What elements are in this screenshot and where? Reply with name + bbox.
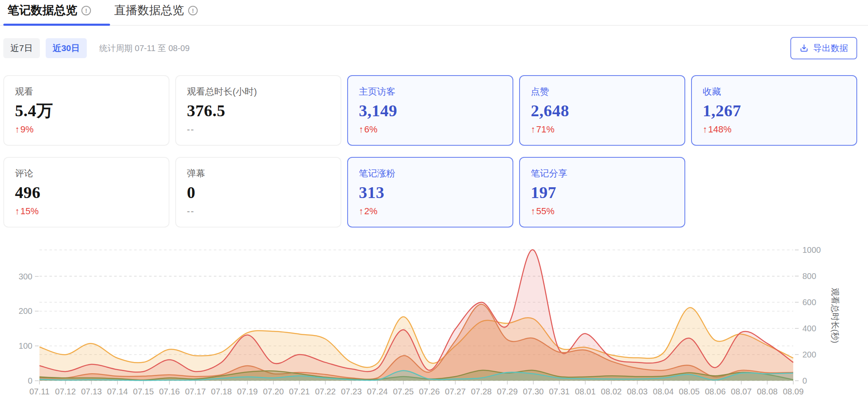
x-axis-label: 07.31 bbox=[549, 387, 570, 396]
stat-card-6[interactable]: 评论496↑15% bbox=[3, 157, 169, 228]
card-change: ↑15% bbox=[15, 206, 158, 217]
left-axis-label: 300 bbox=[19, 272, 32, 281]
up-arrow-icon: ↑ bbox=[359, 124, 363, 135]
x-axis-label: 07.25 bbox=[393, 387, 414, 396]
stat-card-3[interactable]: 主页访客3,149↑6% bbox=[347, 75, 513, 146]
toolbar: 近7日 近30日 统计周期 07-11 至 08-09 导出数据 bbox=[3, 37, 857, 59]
left-axis-label: 0 bbox=[28, 376, 32, 385]
change-percent: 6% bbox=[364, 124, 378, 135]
tab-note-data-overview[interactable]: 笔记数据总览 ! bbox=[3, 2, 110, 25]
export-button-label: 导出数据 bbox=[813, 42, 848, 54]
x-axis-label: 07.27 bbox=[445, 387, 466, 396]
x-axis-label: 08.08 bbox=[757, 387, 777, 396]
x-axis-label: 07.28 bbox=[471, 387, 492, 396]
change-percent: 148% bbox=[708, 124, 731, 135]
x-axis-label: 07.23 bbox=[341, 387, 362, 396]
tab-live-data-overview[interactable]: 直播数据总览 ! bbox=[110, 2, 217, 25]
x-axis-label: 07.17 bbox=[185, 387, 206, 396]
change-percent: 2% bbox=[364, 206, 378, 216]
x-axis-label: 07.16 bbox=[159, 387, 180, 396]
card-label: 观看总时长(小时) bbox=[187, 86, 330, 98]
card-change: -- bbox=[187, 124, 330, 135]
change-percent: 55% bbox=[536, 206, 554, 216]
card-label: 点赞 bbox=[531, 86, 674, 98]
x-axis-label: 08.07 bbox=[731, 387, 752, 396]
up-arrow-icon: ↑ bbox=[15, 206, 20, 216]
card-value: 496 bbox=[15, 184, 158, 202]
card-label: 观看 bbox=[15, 86, 158, 98]
x-axis-label: 08.03 bbox=[627, 387, 647, 396]
stat-period-text: 统计周期 07-11 至 08-09 bbox=[99, 43, 190, 54]
card-change: -- bbox=[187, 206, 330, 217]
right-axis-label: 400 bbox=[802, 324, 816, 333]
card-change: ↑71% bbox=[531, 124, 674, 135]
stat-card-9[interactable]: 笔记分享197↑55% bbox=[519, 157, 685, 228]
right-axis-label: 600 bbox=[802, 298, 816, 307]
up-arrow-icon: ↑ bbox=[531, 124, 535, 135]
card-label: 弹幕 bbox=[187, 167, 330, 180]
card-value: 2,648 bbox=[531, 102, 674, 120]
x-axis-label: 07.12 bbox=[55, 387, 76, 396]
stat-card-7[interactable]: 弹幕0-- bbox=[175, 157, 341, 228]
change-percent: 15% bbox=[20, 206, 39, 216]
tab-label: 笔记数据总览 bbox=[7, 2, 77, 18]
stat-card-5[interactable]: 收藏1,267↑148% bbox=[691, 75, 857, 146]
up-arrow-icon: ↑ bbox=[359, 206, 363, 216]
change-percent: 9% bbox=[20, 124, 34, 135]
tab-label: 直播数据总览 bbox=[114, 2, 184, 18]
x-axis-label: 07.22 bbox=[315, 387, 336, 396]
info-icon[interactable]: ! bbox=[188, 6, 198, 15]
stat-card-4[interactable]: 点赞2,648↑71% bbox=[519, 75, 685, 146]
x-axis-label: 08.04 bbox=[653, 387, 674, 396]
x-axis-label: 07.21 bbox=[289, 387, 310, 396]
x-axis-label: 07.14 bbox=[107, 387, 128, 396]
card-change: ↑55% bbox=[531, 206, 674, 217]
right-axis-label: 1000 bbox=[802, 246, 821, 254]
card-value: 313 bbox=[359, 184, 502, 202]
x-axis-label: 08.06 bbox=[705, 387, 726, 396]
left-axis-label: 200 bbox=[19, 306, 32, 316]
x-axis-label: 07.24 bbox=[367, 387, 388, 396]
stat-card-2[interactable]: 观看总时长(小时)376.5-- bbox=[175, 75, 341, 146]
range-7d-button[interactable]: 近7日 bbox=[3, 38, 40, 58]
active-tab-underline bbox=[3, 24, 110, 26]
x-axis-label: 07.20 bbox=[263, 387, 284, 396]
x-axis-label: 07.18 bbox=[211, 387, 232, 396]
chart-section: 01002003000200400600800100007.1107.1207.… bbox=[0, 246, 868, 416]
x-axis-label: 07.15 bbox=[133, 387, 154, 396]
right-axis-label: 800 bbox=[802, 272, 816, 281]
x-axis-label: 08.01 bbox=[575, 387, 596, 396]
card-value: 197 bbox=[531, 184, 674, 202]
stat-card-8[interactable]: 笔记涨粉313↑2% bbox=[347, 157, 513, 228]
x-axis-label: 08.09 bbox=[783, 387, 804, 396]
change-percent: 71% bbox=[536, 124, 554, 135]
card-change: ↑9% bbox=[15, 124, 158, 135]
up-arrow-icon: ↑ bbox=[531, 206, 535, 216]
card-change: ↑148% bbox=[703, 124, 846, 135]
up-arrow-icon: ↑ bbox=[15, 124, 20, 135]
x-axis-label: 08.02 bbox=[601, 387, 622, 396]
download-icon bbox=[799, 44, 809, 53]
card-change: ↑6% bbox=[359, 124, 502, 135]
card-change: ↑2% bbox=[359, 206, 502, 217]
stat-cards: 观看5.4万↑9%观看总时长(小时)376.5--主页访客3,149↑6%点赞2… bbox=[3, 75, 857, 228]
up-arrow-icon: ↑ bbox=[703, 124, 707, 135]
card-label: 收藏 bbox=[703, 86, 846, 98]
card-value: 3,149 bbox=[359, 102, 502, 120]
stat-card-1[interactable]: 观看5.4万↑9% bbox=[3, 75, 169, 146]
right-axis-label: 200 bbox=[802, 350, 816, 359]
card-value: 5.4万 bbox=[15, 102, 158, 120]
card-label: 笔记涨粉 bbox=[359, 167, 502, 180]
card-label: 笔记分享 bbox=[531, 167, 674, 180]
x-axis-label: 07.19 bbox=[237, 387, 258, 396]
info-icon[interactable]: ! bbox=[81, 6, 91, 15]
x-axis-label: 08.05 bbox=[679, 387, 700, 396]
left-axis-label: 100 bbox=[19, 341, 32, 350]
range-30d-button[interactable]: 近30日 bbox=[46, 38, 87, 58]
x-axis-label: 07.13 bbox=[81, 387, 102, 396]
export-data-button[interactable]: 导出数据 bbox=[790, 37, 857, 59]
x-axis-label: 07.29 bbox=[497, 387, 518, 396]
card-label: 主页访客 bbox=[359, 86, 502, 98]
overview-area-chart[interactable]: 01002003000200400600800100007.1107.1207.… bbox=[0, 246, 868, 416]
x-axis-label: 07.30 bbox=[523, 387, 544, 396]
